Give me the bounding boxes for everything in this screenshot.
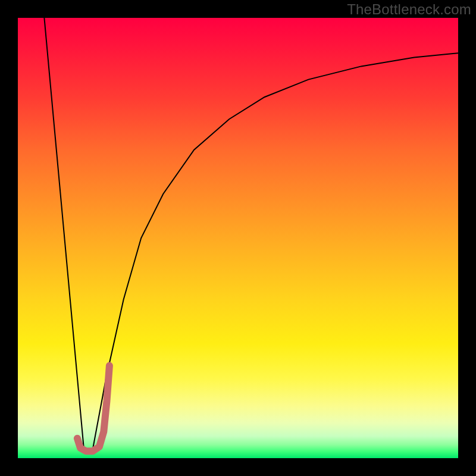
chart-frame: TheBottleneck.com [0,0,476,476]
plot-area [18,18,458,458]
curve-layer [18,18,458,458]
j-mark [77,366,109,452]
left-descending-line [44,18,84,449]
right-rising-curve [93,53,458,449]
watermark-label: TheBottleneck.com [347,1,471,18]
